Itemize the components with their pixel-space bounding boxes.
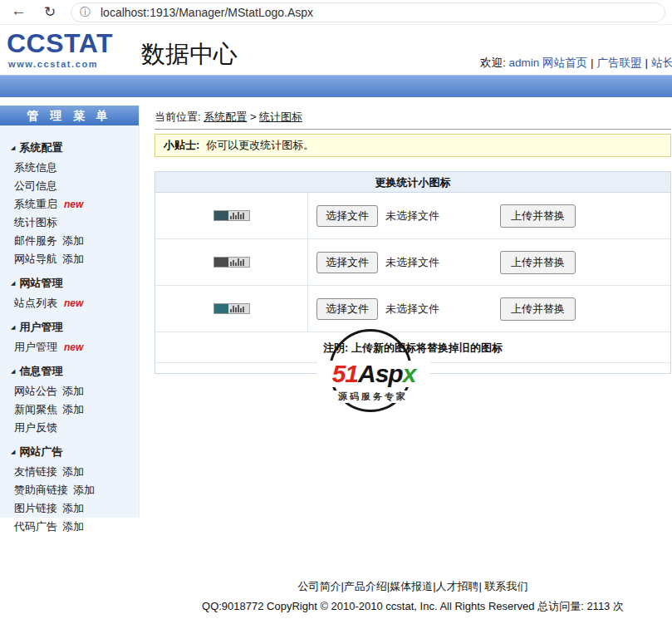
back-icon[interactable]: ← xyxy=(11,2,27,20)
badge-color-block xyxy=(214,258,228,267)
section-marker-icon: ◢ xyxy=(11,324,15,330)
breadcrumb-link-system-config[interactable]: 系统配置 xyxy=(204,111,247,123)
welcome-bar: 欢迎: admin 网站首页|广告联盟|站长工 xyxy=(480,56,672,71)
sidebar-item-user-feedback[interactable]: 用户反馈 xyxy=(0,419,139,437)
new-badge: new xyxy=(64,341,83,353)
sidebar-section-site-ads[interactable]: ◢网站广告 xyxy=(0,443,139,461)
sidebar-item-site-list[interactable]: 站点列表new xyxy=(0,294,139,312)
tip-label: 小贴士: xyxy=(164,139,199,151)
sidebar-item-stat-icons[interactable]: 统计图标 xyxy=(0,214,139,232)
breadcrumb-link-stat-icons[interactable]: 统计图标 xyxy=(259,111,302,123)
section-marker-icon: ◢ xyxy=(11,280,15,286)
sidebar-item-label: 系统重启 xyxy=(14,198,57,210)
badge-bars-icon xyxy=(228,211,249,220)
user-name-link[interactable]: admin xyxy=(509,56,540,69)
sidebar-section-label: 用户管理 xyxy=(19,321,62,333)
add-link[interactable]: 添加 xyxy=(62,520,84,533)
sidebar-section-user-mgmt[interactable]: ◢用户管理 xyxy=(0,318,139,337)
sidebar-section-system-config[interactable]: ◢系统配置 xyxy=(0,139,139,157)
choose-file-button[interactable]: 选择文件 xyxy=(316,252,378,273)
add-link[interactable]: 添加 xyxy=(73,484,95,496)
sidebar-item-user-mgmt[interactable]: 用户管理new xyxy=(0,338,139,356)
sidebar-item-label: 友情链接 xyxy=(14,465,57,478)
sidebar-item-label: 用户反馈 xyxy=(14,421,57,434)
sidebar-section-label: 信息管理 xyxy=(19,365,62,377)
add-link[interactable]: 添加 xyxy=(62,403,84,415)
main-content: 当前位置: 系统配置 > 统计图标 小贴士:你可以更改统计图标。 更换统计小图标… xyxy=(155,110,671,374)
sidebar-section-site-mgmt[interactable]: ◢网站管理 xyxy=(0,274,139,292)
new-badge: new xyxy=(64,297,83,309)
logo-subtitle: www.ccstat.com xyxy=(8,59,98,69)
footer-link-contact[interactable]: 联系我们 xyxy=(485,580,528,592)
sidebar-item-image-links[interactable]: 图片链接添加 xyxy=(0,499,139,518)
sidebar-item-system-info[interactable]: 系统信息 xyxy=(0,159,139,177)
site-info-icon[interactable]: ⓘ xyxy=(80,5,91,20)
site-name: 数据中心 xyxy=(141,38,238,71)
controls-cell: 选择文件 未选择文件 上传并替换 xyxy=(308,286,670,332)
footer-link-media[interactable]: 媒体报道 xyxy=(390,580,433,592)
top-navbar xyxy=(0,75,672,97)
no-file-text: 未选择文件 xyxy=(385,209,439,224)
sidebar-item-site-notice[interactable]: 网站公告添加 xyxy=(0,382,139,400)
page: ← ↻ ⓘ localhost:1913/Manager/MStatLogo.A… xyxy=(0,0,672,619)
footer-link-jobs[interactable]: 人才招聘 xyxy=(436,580,479,592)
separator: | xyxy=(645,56,649,69)
sidebar-item-sponsor-links[interactable]: 赞助商链接添加 xyxy=(0,481,139,499)
table-header: 更换统计小图标 xyxy=(155,172,670,193)
sidebar-section-label: 网站广告 xyxy=(19,445,62,458)
address-bar[interactable]: ⓘ localhost:1913/Manager/MStatLogo.Aspx xyxy=(71,2,665,22)
sidebar-item-label: 代码广告 xyxy=(14,520,57,533)
upload-replace-button[interactable]: 上传并替换 xyxy=(500,204,576,228)
url-text[interactable]: localhost:1913/Manager/MStatLogo.Aspx xyxy=(101,6,313,19)
sidebar-item-friend-links[interactable]: 友情链接添加 xyxy=(0,463,139,481)
sidebar-section-label: 系统配置 xyxy=(19,141,62,154)
sidebar-item-label: 系统信息 xyxy=(14,161,57,174)
upload-replace-button[interactable]: 上传并替换 xyxy=(500,251,576,274)
choose-file-button[interactable]: 选择文件 xyxy=(316,205,378,227)
stat-counter-badge-3 xyxy=(213,303,250,314)
ad-alliance-link[interactable]: 广告联盟 xyxy=(597,56,642,69)
sidebar-item-mail-service[interactable]: 邮件服务添加 xyxy=(0,232,139,250)
sidebar-item-label: 赞助商链接 xyxy=(14,484,68,496)
breadcrumb: 当前位置: 系统配置 > 统计图标 xyxy=(155,110,671,125)
sidebar-item-company-info[interactable]: 公司信息 xyxy=(0,177,139,195)
sidebar-item-system-restart[interactable]: 系统重启new xyxy=(0,195,139,214)
logo-title: CCSTAT xyxy=(7,30,113,56)
refresh-icon[interactable]: ↻ xyxy=(44,3,56,21)
controls-cell: 选择文件 未选择文件 上传并替换 xyxy=(308,239,670,285)
tip-text: 你可以更改统计图标。 xyxy=(206,139,314,151)
add-link[interactable]: 添加 xyxy=(62,234,84,247)
sidebar-section-label: 网站管理 xyxy=(19,277,62,289)
sidebar-item-site-nav[interactable]: 网站导航添加 xyxy=(0,250,139,268)
icon-cell xyxy=(155,193,308,238)
table-row: 选择文件 未选择文件 上传并替换 xyxy=(155,239,670,286)
sidebar-item-label: 网站公告 xyxy=(14,385,57,397)
sidebar-menu: ◢系统配置 系统信息 公司信息 系统重启new 统计图标 邮件服务添加 网站导航… xyxy=(0,125,139,536)
upload-table: 更换统计小图标 选择文件 未选择文件 上传并替换 xyxy=(155,171,671,374)
badge-color-block xyxy=(214,304,228,313)
stat-counter-badge-2 xyxy=(213,257,250,268)
footer-links: 公司简介|产品介绍|媒体报道|人才招聘| 联系我们 xyxy=(155,579,671,594)
empty-row xyxy=(155,363,670,373)
tip-box: 小贴士:你可以更改统计图标。 xyxy=(155,134,671,157)
sidebar-item-code-ads[interactable]: 代码广告添加 xyxy=(0,518,139,536)
add-link[interactable]: 添加 xyxy=(62,465,84,478)
webmaster-tools-link[interactable]: 站长工 xyxy=(651,56,672,69)
sidebar-item-label: 统计图标 xyxy=(14,216,57,228)
sidebar-item-news-focus[interactable]: 新闻聚焦添加 xyxy=(0,400,139,419)
choose-file-button[interactable]: 选择文件 xyxy=(316,298,378,320)
add-link[interactable]: 添加 xyxy=(62,502,84,514)
sidebar-section-info-mgmt[interactable]: ◢信息管理 xyxy=(0,362,139,381)
footer-link-products[interactable]: 产品介绍 xyxy=(344,580,387,592)
sidebar-item-label: 用户管理 xyxy=(14,341,57,353)
add-link[interactable]: 添加 xyxy=(62,253,84,265)
upload-replace-button[interactable]: 上传并替换 xyxy=(500,297,576,321)
badge-bars-icon xyxy=(228,304,249,313)
watermark-subtitle: 源码服务专家 xyxy=(331,391,414,403)
home-link[interactable]: 网站首页 xyxy=(542,56,587,69)
footer-link-company[interactable]: 公司简介 xyxy=(297,580,341,592)
add-link[interactable]: 添加 xyxy=(62,385,84,397)
sidebar-item-label: 站点列表 xyxy=(14,297,57,309)
section-marker-icon: ◢ xyxy=(11,368,15,374)
sidebar-item-label: 邮件服务 xyxy=(14,234,57,247)
